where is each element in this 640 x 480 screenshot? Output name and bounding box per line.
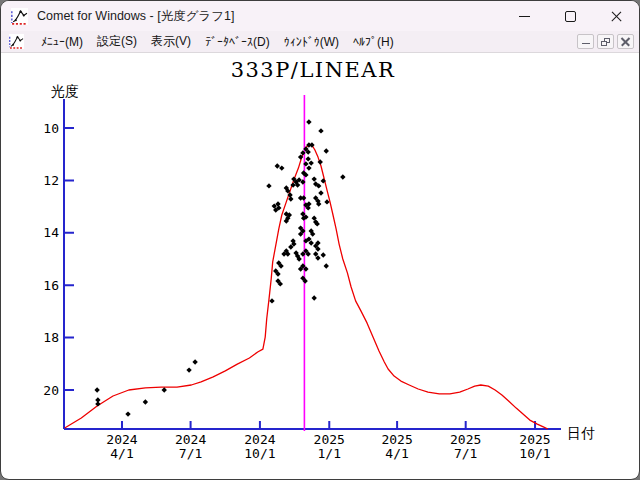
x-tick-label-date: 10/1 [519, 446, 550, 461]
data-point [162, 387, 167, 392]
y-tick-label: 10 [43, 121, 59, 136]
data-point [95, 401, 100, 406]
x-tick-label-year: 2025 [381, 432, 412, 447]
minimize-icon [519, 16, 530, 17]
data-point [318, 159, 323, 164]
x-tick-label-year: 2025 [519, 432, 550, 447]
data-point [275, 163, 280, 168]
close-button[interactable] [593, 1, 639, 31]
magnitude-curve [65, 144, 548, 429]
mdi-close-icon [621, 37, 630, 46]
x-tick-label-year: 2024 [106, 432, 137, 447]
data-point [318, 128, 323, 133]
window-title: Comet for Windows - [光度グラフ1] [37, 8, 234, 25]
data-point [143, 399, 148, 404]
data-point [266, 183, 271, 188]
x-axis-label: 日付 [567, 425, 595, 441]
data-point [324, 263, 329, 268]
y-tick-label: 16 [43, 278, 59, 293]
menu-item-database[interactable]: ﾃﾞｰﾀﾍﾞｰｽ(D) [198, 33, 277, 51]
data-point [306, 119, 311, 124]
x-tick-label-year: 2024 [244, 432, 275, 447]
data-point [288, 196, 293, 201]
title-bar: Comet for Windows - [光度グラフ1] [1, 1, 639, 31]
app-window: Comet for Windows - [光度グラフ1] ﾒﾆｭｰ(M) 設定(… [0, 0, 640, 480]
mdi-controls [577, 34, 634, 49]
x-tick-label-year: 2025 [314, 432, 345, 447]
data-point [321, 252, 326, 257]
y-axis-label: 光度 [51, 83, 79, 99]
data-point [279, 165, 284, 170]
y-tick-label: 20 [43, 383, 59, 398]
x-tick-label-date: 4/1 [110, 446, 133, 461]
x-tick-label-date: 1/1 [318, 446, 341, 461]
menu-item-settings[interactable]: 設定(S) [90, 31, 144, 52]
menu-item-help[interactable]: ﾍﾙﾌﾟ(H) [346, 33, 401, 51]
data-point [186, 367, 191, 372]
mdi-minimize-icon [582, 43, 590, 44]
x-tick-label-date: 4/1 [385, 446, 408, 461]
data-point [318, 190, 323, 195]
document-icon [9, 34, 24, 49]
close-icon [610, 10, 623, 23]
data-point [269, 298, 274, 303]
data-point [308, 160, 313, 165]
data-point [192, 359, 197, 364]
y-tick-label: 18 [43, 330, 59, 345]
data-point [311, 295, 316, 300]
mdi-close-button[interactable] [617, 34, 634, 49]
chart-title: 333P/LINEAR [231, 58, 396, 82]
maximize-button[interactable] [547, 1, 593, 31]
data-point [306, 165, 311, 170]
data-point [309, 142, 314, 147]
menu-item-window[interactable]: ｳｨﾝﾄﾞｳ(W) [277, 33, 346, 51]
data-point [125, 411, 130, 416]
light-curve-chart: 10121416182020244/120247/1202410/120251/… [2, 53, 640, 480]
menu-bar: ﾒﾆｭｰ(M) 設定(S) 表示(V) ﾃﾞｰﾀﾍﾞｰｽ(D) ｳｨﾝﾄﾞｳ(W… [1, 31, 639, 53]
menu-item-menu[interactable]: ﾒﾆｭｰ(M) [34, 33, 90, 51]
mdi-minimize-button[interactable] [577, 34, 594, 49]
menu-item-view[interactable]: 表示(V) [144, 31, 198, 52]
data-point [301, 195, 306, 200]
maximize-icon [565, 11, 576, 22]
data-point [340, 174, 345, 179]
data-point [324, 148, 329, 153]
y-tick-label: 14 [43, 225, 59, 240]
app-icon [11, 8, 28, 25]
x-tick-label-date: 7/1 [179, 446, 202, 461]
data-point [94, 387, 99, 392]
x-tick-label-year: 2025 [450, 432, 481, 447]
x-tick-label-date: 10/1 [244, 446, 275, 461]
caption-controls [501, 1, 639, 31]
mdi-restore-icon [601, 38, 610, 46]
chart-client-area: 10121416182020244/120247/1202410/120251/… [2, 53, 638, 478]
minimize-button[interactable] [501, 1, 547, 31]
data-point [311, 176, 316, 181]
x-tick-label-year: 2024 [175, 432, 206, 447]
x-tick-label-date: 7/1 [454, 446, 477, 461]
mdi-restore-button[interactable] [597, 34, 614, 49]
data-point [305, 156, 310, 161]
y-tick-label: 12 [43, 173, 59, 188]
